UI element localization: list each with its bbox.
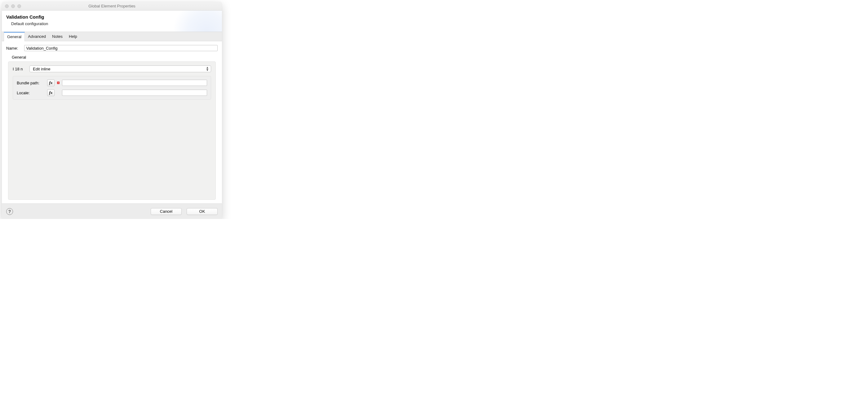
dialog-window: Global Element Properties Validation Con… — [2, 2, 222, 219]
fx-button-locale[interactable]: fx — [47, 89, 55, 96]
locale-input[interactable] — [62, 90, 207, 96]
tab-general[interactable]: General — [4, 32, 25, 41]
tab-advanced[interactable]: Advanced — [25, 32, 49, 41]
i18n-select[interactable]: Edit inline ▲▼ — [29, 65, 211, 72]
titlebar: Global Element Properties — [2, 2, 222, 10]
bundle-path-label: Bundle path: — [17, 81, 44, 85]
page-subtitle: Default configuration — [11, 22, 218, 26]
group-title-general: General — [12, 55, 218, 60]
tab-notes[interactable]: Notes — [49, 32, 66, 41]
tab-help[interactable]: Help — [66, 32, 80, 41]
i18n-fields: Bundle path: fx x Locale: fx — [13, 76, 211, 99]
locale-label: Locale: — [17, 91, 44, 95]
i18n-label: I 18 n — [13, 67, 25, 71]
spacer — [57, 91, 60, 94]
name-row: Name: — [6, 45, 218, 51]
help-icon[interactable]: ? — [6, 208, 13, 215]
i18n-select-value: Edit inline — [33, 67, 50, 71]
bundle-path-input[interactable] — [62, 80, 207, 86]
tab-bar: General Advanced Notes Help — [2, 32, 222, 41]
fx-button-bundle-path[interactable]: fx — [47, 80, 55, 86]
name-label: Name: — [6, 46, 21, 51]
window-title: Global Element Properties — [2, 4, 222, 8]
bundle-path-row: Bundle path: fx x — [17, 80, 207, 86]
error-icon: x — [57, 82, 60, 84]
group-spacer — [13, 99, 211, 194]
header: Validation Config Default configuration — [2, 10, 222, 32]
locale-row: Locale: fx — [17, 89, 207, 96]
i18n-row: I 18 n Edit inline ▲▼ — [13, 65, 211, 72]
cancel-button[interactable]: Cancel — [151, 208, 182, 215]
content: Name: General I 18 n Edit inline ▲▼ Bund… — [2, 41, 222, 204]
name-input[interactable] — [24, 45, 218, 51]
chevron-up-down-icon: ▲▼ — [206, 66, 209, 71]
page-title: Validation Config — [6, 14, 218, 20]
ok-button[interactable]: OK — [187, 208, 218, 215]
general-group: I 18 n Edit inline ▲▼ Bundle path: fx x … — [8, 61, 216, 200]
footer: ? Cancel OK — [2, 204, 222, 219]
